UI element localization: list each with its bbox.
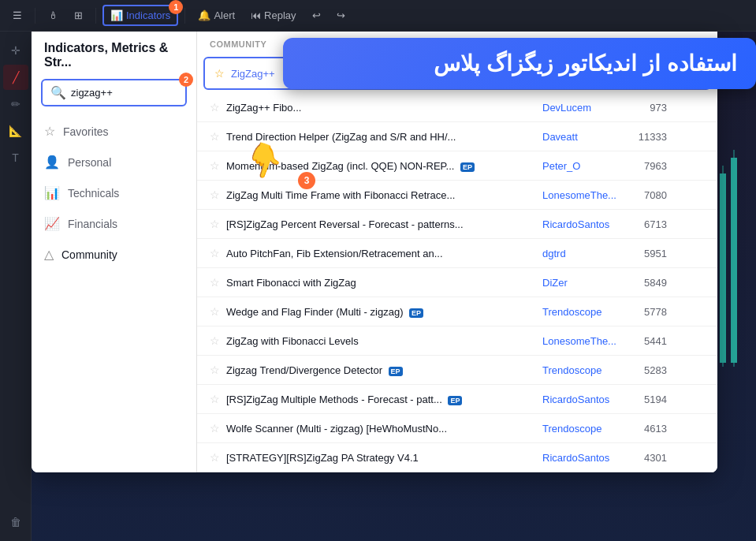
layout-button[interactable]: ⊞ [68, 6, 89, 24]
search-badge: 2 [179, 73, 193, 87]
indicators-icon: 📊 [110, 9, 123, 21]
star-icon-8[interactable]: ☆ [210, 305, 220, 318]
ind-author-1: DevLucem [542, 102, 621, 114]
cursor-tool[interactable]: ✛ [3, 38, 28, 63]
ind-count-4: 7080 [628, 189, 667, 201]
undo-button[interactable]: ↩ [306, 6, 327, 24]
indicator-row-1[interactable]: ☆ ZigZag++ Fibo... DevLucem 973 [197, 93, 717, 122]
star-icon-9[interactable]: ☆ [210, 334, 220, 347]
indicator-row-11[interactable]: ☆ [RS]ZigZag Multiple Methods - Forecast… [197, 385, 717, 414]
ind-author-13: RicardoSantos [542, 452, 621, 464]
ind-count-2: 11333 [628, 131, 667, 143]
indicator-row-12[interactable]: ☆ Wolfe Scanner (Multi - zigzag) [HeWhoM… [197, 414, 717, 443]
separator-1 [35, 8, 35, 24]
ind-author-2: Daveatt [542, 131, 621, 143]
chart-type-button[interactable]: 🕯 [42, 6, 65, 24]
star-icon-4[interactable]: ☆ [210, 188, 220, 201]
undo-icon: ↩ [312, 9, 321, 21]
favorites-icon: ☆ [44, 124, 55, 139]
trend-tool[interactable]: ╱ [3, 65, 28, 90]
ind-name-13: [STRATEGY][RS]ZigZag PA Strategy V4.1 [226, 452, 536, 464]
persian-banner: استفاده از اندیکاتور زیگزاگ پلاس [283, 38, 756, 89]
star-icon-10[interactable]: ☆ [210, 364, 220, 376]
nav-personal[interactable]: 👤 Personal [32, 147, 196, 177]
ind-name-10: Zigzag Trend/Divergence Detector EP [226, 364, 536, 376]
star-icon-0[interactable]: ☆ [214, 67, 225, 80]
star-icon-12[interactable]: ☆ [210, 422, 220, 435]
nav-favorites-label: Favorites [63, 125, 109, 138]
nav-community[interactable]: △ Community [32, 239, 196, 270]
text-tool[interactable]: T [3, 145, 28, 170]
ind-name-2: Trend Direction Helper (ZigZag and S/R a… [226, 131, 536, 143]
ind-name-11: [RS]ZigZag Multiple Methods - Forecast -… [226, 394, 536, 405]
indicator-row-7[interactable]: ☆ Smart Fibonacci with ZigZag DiZer 5849 [197, 268, 717, 297]
ind-count-11: 5194 [628, 394, 667, 405]
ind-name-6: Auto PitchFan, Fib Extension/Retracement… [226, 248, 536, 259]
search-icon: 🔍 [50, 85, 66, 100]
community-icon: △ [44, 247, 54, 262]
indicator-row-9[interactable]: ☆ ZigZag with Fibonacci Levels LonesomeT… [197, 326, 717, 356]
nav-community-label: Community [61, 248, 117, 261]
measure-tool[interactable]: 📐 [3, 118, 28, 144]
ind-author-7: DiZer [542, 277, 621, 289]
indicators-button[interactable]: 📊 Indicators 1 [102, 5, 178, 26]
nav-technicals[interactable]: 📊 Technicals [32, 177, 196, 208]
separator-2 [95, 8, 96, 24]
separator-3 [184, 8, 185, 24]
star-icon-11[interactable]: ☆ [210, 393, 220, 405]
ind-author-9: LonesomeThe... [542, 335, 621, 347]
alert-button[interactable]: 🔔 Alert [192, 6, 241, 24]
ind-name-5: [RS]ZigZag Percent Reversal - Forecast -… [226, 218, 536, 230]
chart-type-icon: 🕯 [48, 9, 58, 21]
ind-count-7: 5849 [628, 277, 667, 289]
brush-tool[interactable]: ✏ [3, 91, 28, 117]
nav-technicals-label: Technicals [68, 187, 119, 200]
trash-icon[interactable]: 🗑 [3, 509, 28, 535]
panel-title: Indicators, Metrics & Str... [32, 41, 196, 79]
menu-icon: ☰ [13, 9, 22, 21]
nav-personal-label: Personal [68, 156, 111, 169]
ind-count-12: 4613 [628, 423, 667, 435]
nav-favorites[interactable]: ☆ Favorites [32, 116, 196, 147]
indicator-row-6[interactable]: ☆ Auto PitchFan, Fib Extension/Retraceme… [197, 239, 717, 268]
nav-financials[interactable]: 📈 Financials [32, 208, 196, 239]
star-icon-5[interactable]: ☆ [210, 218, 220, 230]
star-icon-13[interactable]: ☆ [210, 451, 220, 464]
ind-name-8: Wedge and Flag Finder (Multi - zigzag) E… [226, 306, 536, 318]
indicator-row-10[interactable]: ☆ Zigzag Trend/Divergence Detector EP Tr… [197, 356, 717, 385]
technicals-icon: 📊 [44, 185, 60, 200]
replay-icon: ⏮ [251, 9, 261, 21]
alert-icon: 🔔 [198, 9, 210, 21]
ind-count-9: 5441 [628, 335, 667, 347]
star-icon-7[interactable]: ☆ [210, 276, 220, 289]
ind-name-1: ZigZag++ Fibo... [226, 102, 536, 114]
replay-button[interactable]: ⏮ Replay [244, 6, 302, 24]
ind-count-3: 7963 [628, 160, 667, 172]
ind-name-12: Wolfe Scanner (Multi - zigzag) [HeWhoMus… [226, 423, 536, 435]
financials-icon: 📈 [44, 216, 60, 231]
badge-3: 3 [298, 172, 315, 189]
indicator-row-8[interactable]: ☆ Wedge and Flag Finder (Multi - zigzag)… [197, 297, 717, 326]
ind-author-10: Trendoscope [542, 364, 621, 376]
redo-button[interactable]: ↪ [330, 6, 352, 24]
indicator-row-13[interactable]: ☆ [STRATEGY][RS]ZigZag PA Strategy V4.1 … [197, 443, 717, 472]
ind-count-10: 5283 [628, 364, 667, 376]
star-icon-1[interactable]: ☆ [210, 101, 220, 114]
ind-author-6: dgtrd [542, 248, 621, 259]
star-icon-3[interactable]: ☆ [210, 159, 220, 172]
search-input[interactable] [71, 87, 177, 99]
indicator-row-5[interactable]: ☆ [RS]ZigZag Percent Reversal - Forecast… [197, 210, 717, 239]
indicators-panel: Indicators, Metrics & Str... 🔍 2 ☆ Favor… [32, 32, 717, 472]
search-box[interactable]: 🔍 2 [41, 79, 187, 106]
alert-label: Alert [214, 9, 235, 21]
ind-count-8: 5778 [628, 306, 667, 318]
indicators-content: COMMUNITY ☆ ZigZag++ DevLucem 8896 { } 📋… [197, 32, 717, 472]
menu-button[interactable]: ☰ [6, 6, 28, 24]
toolbar: ☰ 🕯 ⊞ 📊 Indicators 1 🔔 Alert ⏮ Replay ↩ … [0, 0, 756, 32]
star-icon-6[interactable]: ☆ [210, 247, 220, 259]
ind-author-12: Trendoscope [542, 423, 621, 435]
personal-icon: 👤 [44, 155, 60, 170]
indicator-row-4[interactable]: ☆ ZigZag Multi Time Frame with Fibonacci… [197, 181, 717, 210]
ind-count-1: 973 [628, 102, 667, 114]
star-icon-2[interactable]: ☆ [210, 130, 220, 143]
